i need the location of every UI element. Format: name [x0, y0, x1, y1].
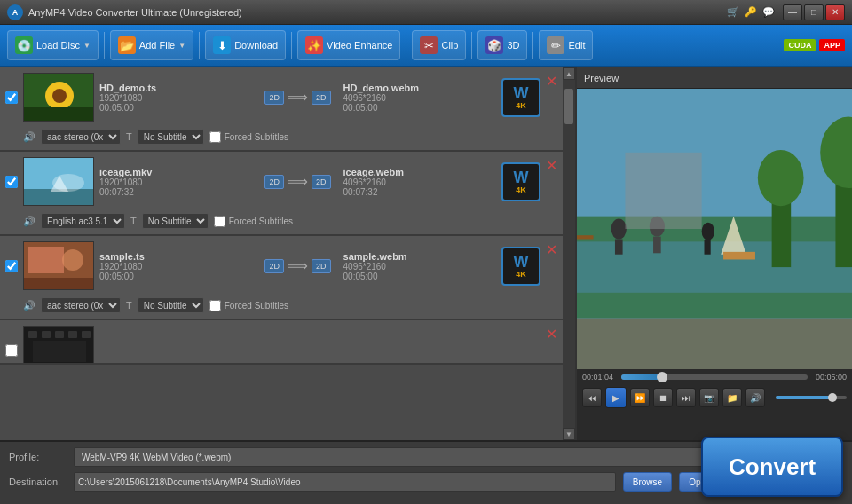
item1-format-badge[interactable]: W 4K	[501, 78, 540, 117]
scroll-track[interactable]	[564, 80, 573, 428]
item2-source-dur: 00:07:32	[99, 187, 252, 197]
minimize-button[interactable]: —	[783, 4, 802, 20]
item1-remove-button[interactable]: ✕	[546, 73, 557, 90]
maximize-button[interactable]: □	[804, 4, 824, 20]
item3-audio-select[interactable]: aac stereo (0x	[41, 297, 121, 313]
progress-thumb[interactable]	[657, 372, 667, 382]
item4-checkbox[interactable]	[5, 344, 18, 357]
app-title: AnyMP4 Video Converter Ultimate (Unregis…	[28, 7, 726, 18]
total-time: 00:05:00	[811, 373, 847, 382]
item1-subtitle-select[interactable]: No Subtitle	[138, 129, 204, 145]
item1-checkbox[interactable]	[5, 91, 18, 104]
bottom-section: Profile: WebM-VP9 4K WebM Video (*.webm)…	[0, 440, 852, 504]
svg-rect-32	[653, 237, 661, 254]
item2-dst-badge: 2D	[312, 175, 331, 189]
item2-format-badge[interactable]: W 4K	[501, 162, 540, 201]
skip-back-button[interactable]: ⏮	[582, 388, 602, 407]
title-bar: A AnyMP4 Video Converter Ultimate (Unreg…	[0, 0, 852, 25]
folder-button[interactable]: 📁	[722, 388, 742, 407]
stop-button[interactable]: ⏹	[653, 388, 673, 407]
item3-forced-subtitle[interactable]: Forced Subtitles	[209, 300, 288, 311]
file-list[interactable]: HD_demo.ts 1920*1080 00:05:00 2D ⟹ 2D HD…	[0, 67, 577, 440]
convert-button-area: Convert	[701, 437, 843, 497]
video-enhance-button[interactable]: ✨ Video Enhance	[297, 30, 400, 60]
clip-icon: ✂	[420, 36, 438, 54]
item2-info: iceage.mkv 1920*1080 00:07:32	[99, 167, 252, 197]
item1-output-res: 4096*2160	[343, 93, 496, 103]
item3-remove-button[interactable]: ✕	[546, 241, 557, 258]
key-icon[interactable]: 🔑	[744, 5, 758, 20]
fast-forward-button[interactable]: ⏩	[630, 388, 650, 407]
list-item: iceage.mkv 1920*1080 00:07:32 2D ⟹ 2D ic…	[0, 152, 563, 236]
subtitle-icon3: T	[126, 300, 132, 311]
item2-subtitle-select[interactable]: No Subtitle	[142, 213, 209, 229]
item2-forced-check[interactable]	[214, 216, 225, 227]
playback-buttons: ⏮ ▶ ⏩ ⏹ ⏭ 📷 📁 🔊	[582, 387, 847, 408]
item1-output-dur: 00:05:00	[343, 103, 496, 113]
svg-rect-17	[82, 331, 91, 338]
toolbar-right: CUDA APP	[784, 39, 845, 51]
preview-video	[577, 89, 852, 369]
convert-button[interactable]: Convert	[701, 437, 843, 497]
3d-button[interactable]: 🎲 3D	[477, 30, 527, 60]
toolbar-divider5	[471, 32, 472, 59]
item1-audio-select[interactable]: aac stereo (0x	[41, 129, 121, 145]
item3-forced-check[interactable]	[209, 300, 221, 311]
item2-audio-select[interactable]: English ac3 5.1	[41, 213, 125, 229]
item2-output-dur: 00:07:32	[343, 187, 496, 197]
item3-source-name: sample.ts	[99, 251, 252, 262]
svg-rect-10	[24, 278, 94, 290]
close-button[interactable]: ✕	[825, 4, 845, 20]
item1-source-res: 1920*1080	[99, 93, 252, 103]
item2-forced-subtitle[interactable]: Forced Subtitles	[214, 216, 293, 227]
progress-track[interactable]	[621, 374, 808, 380]
volume-button[interactable]: 🔊	[746, 388, 765, 407]
download-button[interactable]: ⬇ Download	[205, 30, 286, 60]
svg-point-28	[758, 150, 804, 206]
scroll-up-button[interactable]: ▲	[563, 67, 575, 80]
cart-icon[interactable]: 🛒	[726, 5, 740, 20]
volume-track[interactable]	[776, 396, 847, 399]
video-enhance-icon: ✨	[305, 36, 323, 54]
item2-output-info: iceage.webm 4096*2160 00:07:32	[343, 167, 496, 197]
list-item: HD_demo.ts 1920*1080 00:05:00 2D ⟹ 2D HD…	[0, 67, 563, 152]
skip-forward-button[interactable]: ⏭	[676, 388, 696, 407]
destination-input[interactable]	[74, 472, 616, 492]
chat-icon[interactable]: 💬	[761, 5, 776, 20]
item1-forced-check[interactable]	[209, 131, 221, 143]
volume-thumb[interactable]	[828, 393, 837, 402]
item4-remove-button[interactable]: ✕	[546, 326, 557, 343]
scroll-down-button[interactable]: ▼	[563, 428, 575, 440]
svg-rect-21	[577, 319, 852, 369]
window-controls: — □ ✕	[783, 4, 845, 20]
item3-subtitle-select[interactable]: No Subtitle	[138, 297, 204, 313]
3d-icon: 🎲	[485, 36, 503, 54]
scroll-thumb[interactable]	[564, 89, 573, 124]
item3-format-badge[interactable]: W 4K	[501, 247, 540, 286]
edit-button[interactable]: ✏ Edit	[539, 30, 593, 60]
play-button[interactable]: ▶	[605, 387, 627, 408]
amd-app-badge: APP	[819, 39, 845, 51]
load-disc-button[interactable]: 💿 Load Disc ▼	[7, 30, 99, 60]
subtitle-icon: T	[126, 131, 132, 142]
add-file-button[interactable]: 📂 Add File ▼	[110, 30, 193, 60]
profile-select[interactable]: WebM-VP9 4K WebM Video (*.webm)	[74, 447, 714, 467]
item2-remove-button[interactable]: ✕	[546, 157, 557, 174]
destination-label: Destination:	[9, 476, 67, 487]
item1-forced-subtitle[interactable]: Forced Subtitles	[209, 131, 288, 143]
svg-rect-14	[42, 331, 51, 338]
item2-checkbox[interactable]	[5, 176, 18, 188]
browse-button[interactable]: Browse	[623, 472, 672, 492]
item1-source-dur: 00:05:00	[99, 103, 252, 113]
item1-audio-row: 🔊 aac stereo (0x T No Subtitle Forced Su…	[5, 127, 557, 148]
svg-point-2	[52, 89, 67, 103]
item3-output-name: sample.webm	[343, 251, 496, 262]
audio-icon: 🔊	[23, 131, 36, 143]
item3-source-res: 1920*1080	[99, 262, 252, 272]
item3-checkbox[interactable]	[5, 260, 18, 272]
snapshot-button[interactable]: 📷	[699, 388, 719, 407]
file-list-scrollbar[interactable]: ▲ ▼	[563, 67, 575, 440]
preview-scene	[577, 89, 852, 369]
progress-bar-container: 00:01:04 00:05:00	[582, 373, 847, 382]
clip-button[interactable]: ✂ Clip	[412, 30, 466, 60]
